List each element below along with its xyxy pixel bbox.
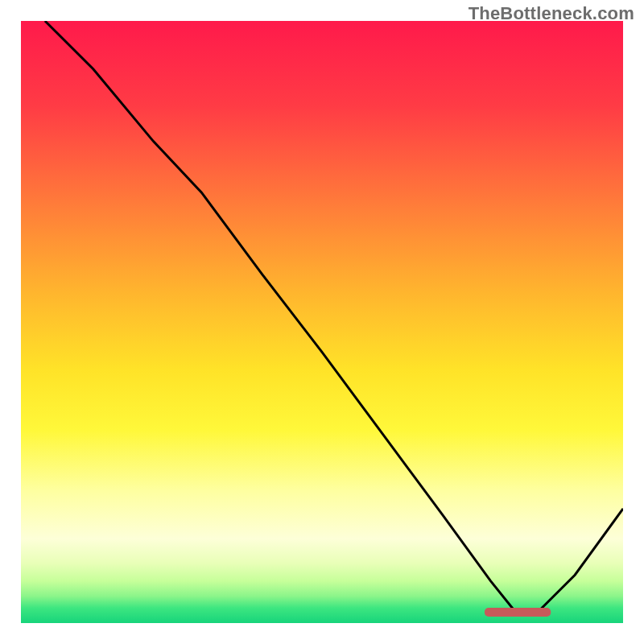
watermark-text: TheBottleneck.com — [469, 3, 634, 24]
plot-background — [21, 21, 623, 623]
bottleneck-chart: TheBottleneck.com — [0, 0, 644, 644]
optimal-zone-marker — [485, 608, 551, 617]
chart-svg — [0, 0, 644, 644]
